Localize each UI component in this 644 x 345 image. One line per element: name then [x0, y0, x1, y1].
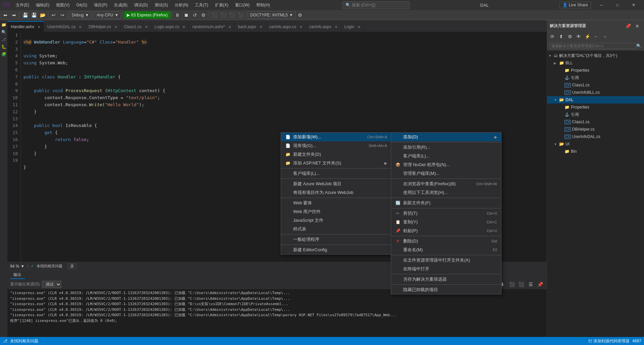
tab-close-icon[interactable]: ✕	[38, 25, 40, 29]
doctype-dropdown[interactable]: DOCTYPE: XHTML5 ▼	[248, 11, 296, 19]
tree-dal[interactable]: 📂 DAL	[547, 96, 644, 104]
tree-solution[interactable]: 🗂 解决方案"DAL"(3个项目，共3个)	[547, 52, 644, 59]
source-tab[interactable]: 源	[68, 263, 76, 269]
tab-back[interactable]: back.aspx ✕	[235, 21, 266, 32]
tree-dal-refs[interactable]: ⚓ 引用	[547, 111, 644, 118]
zoom-control[interactable]: 94 % ▼	[10, 264, 24, 269]
toolbar-settings[interactable]: ⚙	[296, 11, 304, 19]
activity-search[interactable]: 🔍	[0, 29, 7, 36]
tab-carinfo[interactable]: carInfo.aspx ✕	[306, 21, 341, 32]
menu-project[interactable]: 项目(P)	[92, 2, 109, 9]
tab-close-icon[interactable]: ✕	[260, 25, 262, 29]
output-btn4[interactable]: ⬛	[517, 280, 525, 288]
toolbar-btn1[interactable]: ⏸	[173, 11, 181, 19]
debug-config-dropdown[interactable]: Debug ▼	[69, 11, 91, 19]
tree-bll-properties[interactable]: 📁 Properties	[547, 67, 644, 74]
output-btn1[interactable]: ⬆	[489, 280, 497, 288]
se-close-btn[interactable]: ✕	[633, 22, 641, 30]
search-box[interactable]: 🔍 搜索 (Ctrl+Q)	[342, 1, 410, 9]
toolbar-btn7[interactable]: ⬛	[228, 11, 236, 19]
tree-dal-userinfodal[interactable]: C# UserInfoDAL.cs	[547, 133, 644, 140]
toolbar-fwd[interactable]: ➡	[10, 11, 18, 19]
tab-close-icon[interactable]: ✕	[145, 25, 148, 29]
code-content[interactable]: <%@ WebHandler Language="C#" Class="Hand…	[21, 32, 547, 262]
run-button[interactable]: ▶ IIS Express (Firefox)	[124, 11, 170, 19]
toolbar-btn8[interactable]: ⬛	[237, 11, 245, 19]
tab-close-icon[interactable]: ✕	[300, 25, 302, 29]
se-collapse-btn[interactable]: ⬆	[557, 32, 565, 41]
menu-test[interactable]: 测试(S)	[153, 2, 170, 9]
tree-bll[interactable]: 📁 BLL	[547, 59, 644, 67]
live-share-button[interactable]: 👤 Live Share	[559, 2, 591, 8]
activity-extensions[interactable]: 🧩	[0, 51, 7, 58]
code-editor[interactable]: 12345 678910 1112131415 16171819 <%@ Web…	[7, 32, 547, 262]
tree-ui-bin[interactable]: 📁 Bin	[547, 148, 644, 155]
close-button[interactable]: ✕	[626, 0, 641, 10]
activity-explorer[interactable]: 📁	[0, 21, 7, 28]
tree-dal-class1[interactable]: C# Class1.cs	[547, 118, 644, 126]
output-btn6[interactable]: 📌	[536, 280, 544, 288]
tab-randomnum[interactable]: randomnum.ashx* ✕	[189, 21, 234, 32]
tree-bll-refs[interactable]: ⚓ 引用	[547, 74, 644, 81]
se-pin-btn[interactable]: 📌	[624, 22, 632, 30]
tab-close-icon[interactable]: ✕	[182, 25, 185, 29]
se-filter-btn[interactable]: ⚡	[583, 32, 591, 41]
output-tab[interactable]: 输出	[10, 271, 25, 279]
se-arrow-back-btn[interactable]: ←	[592, 32, 600, 41]
output-source-select[interactable]: 调试	[42, 281, 61, 288]
toolbar-save-all[interactable]: 💾	[30, 11, 38, 19]
toolbar-redo[interactable]: ↪	[58, 11, 66, 19]
tab-close-icon[interactable]: ✕	[114, 25, 117, 29]
tree-bll-class1[interactable]: C# Class1.cs	[547, 81, 644, 89]
toolbar-btn3[interactable]: ↺	[191, 11, 199, 19]
menu-file[interactable]: 文件(E)	[14, 2, 31, 9]
menu-git[interactable]: Git(G)	[74, 2, 89, 8]
tab-dbhelper[interactable]: DBHelper.cs ✕	[85, 21, 121, 32]
output-btn3[interactable]: ⬛	[508, 280, 516, 288]
tab-login-aspx-cs[interactable]: Login.aspx.cs ✕	[151, 21, 189, 32]
minimize-button[interactable]: ─	[594, 0, 609, 10]
tree-dal-properties[interactable]: 📁 Properties	[547, 104, 644, 111]
tab-close-icon[interactable]: ✕	[358, 25, 360, 29]
tab-class1[interactable]: Class1.cs ✕	[121, 21, 151, 32]
se-arrow-fwd-btn[interactable]: →	[601, 32, 609, 41]
menu-view[interactable]: 视图(V)	[54, 2, 71, 9]
toolbar-btn4[interactable]: ⚙	[200, 11, 208, 19]
activity-git[interactable]: ⎇	[0, 36, 7, 43]
menu-tools[interactable]: 工具(T)	[193, 2, 210, 9]
cpu-config-dropdown[interactable]: Any CPU ▼	[94, 11, 121, 19]
se-view-btn[interactable]: 👁	[575, 32, 583, 41]
tab-handler-ashx[interactable]: Handler.ashx ✕	[7, 21, 44, 32]
se-sync-btn[interactable]: ⟳	[548, 32, 556, 41]
tree-bll-userinfobll[interactable]: C# UserInfoBLL.cs	[547, 89, 644, 96]
toolbar-btn5[interactable]: ⬛	[211, 11, 219, 19]
toolbar-btn6[interactable]: ⬛	[219, 11, 227, 19]
output-btn5[interactable]: ☰	[527, 280, 535, 288]
tab-userinfodal[interactable]: UserInfoDAL.cs ✕	[44, 21, 85, 32]
se-search-input[interactable]	[550, 43, 636, 49]
status-no-issues[interactable]: 未找到相关问题	[10, 338, 38, 344]
toolbar-open[interactable]: 📂	[39, 11, 47, 19]
tree-ui[interactable]: 📂 UI	[547, 140, 644, 148]
toolbar-save[interactable]: 💾	[21, 11, 29, 19]
tab-close-icon[interactable]: ✕	[228, 25, 231, 29]
menu-build[interactable]: 生成(B)	[112, 2, 129, 9]
menu-extensions[interactable]: 扩展(X)	[213, 2, 230, 9]
menu-help[interactable]: 帮助(H)	[254, 2, 272, 9]
tab-login[interactable]: Login ✕	[341, 21, 364, 32]
se-settings-btn[interactable]: ⚙	[566, 32, 574, 41]
menu-debug[interactable]: 调试(D)	[132, 2, 150, 9]
toolbar-undo[interactable]: ↩	[50, 11, 58, 19]
output-btn2[interactable]: ⬇	[498, 280, 506, 288]
menu-window[interactable]: 窗口(W)	[233, 2, 252, 9]
tree-dal-dbhelper[interactable]: C# DBHelper.cs	[547, 126, 644, 133]
menu-edit[interactable]: 编辑(E)	[34, 2, 51, 9]
maximize-button[interactable]: □	[610, 0, 625, 10]
tab-close-icon[interactable]: ✕	[335, 25, 337, 29]
tab-carinfo-cs[interactable]: carInfo.aspx.cs ✕	[266, 21, 306, 32]
toolbar-back[interactable]: ⬅	[1, 11, 9, 19]
tab-close-icon[interactable]: ✕	[79, 25, 82, 29]
toolbar-btn2[interactable]: ⏹	[182, 11, 190, 19]
activity-debug[interactable]: 🐛	[0, 44, 7, 50]
menu-analyze[interactable]: 分析(N)	[173, 2, 191, 9]
